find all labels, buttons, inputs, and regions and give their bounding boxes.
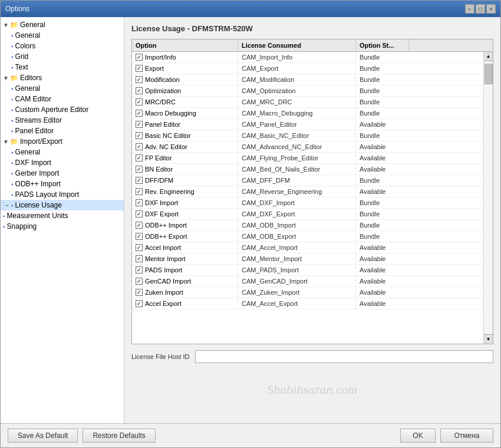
option-label: DXF Export bbox=[145, 210, 179, 218]
sidebar-item-colors[interactable]: ▪ Colors bbox=[1, 41, 124, 51]
option-label: Rev. Engineering bbox=[145, 188, 195, 195]
sidebar-item-snapping[interactable]: ▪ Snapping bbox=[1, 221, 124, 232]
scroll-thumb[interactable] bbox=[484, 64, 493, 84]
sidebar-item-dxf-import[interactable]: ▪ DXF Import bbox=[1, 157, 124, 168]
table-row: ✓Panel EditorCAM_Panel_EditorAvailable bbox=[132, 119, 483, 130]
table-cell-option: ✓PADS Import bbox=[132, 265, 238, 275]
item-icon: ▪ bbox=[11, 117, 14, 124]
sidebar-item-panel-editor[interactable]: ▪ Panel Editor bbox=[1, 126, 124, 136]
option-checkbox[interactable]: ✓ bbox=[136, 110, 143, 117]
option-checkbox[interactable]: ✓ bbox=[136, 210, 143, 218]
sidebar-item-ie-general[interactable]: ▪ General bbox=[1, 147, 124, 157]
scrollbar-track[interactable]: ▲ ▼ bbox=[483, 52, 493, 344]
option-checkbox[interactable]: ✓ bbox=[136, 143, 143, 150]
item-icon: ▪ bbox=[11, 54, 14, 60]
sidebar-label: Grid bbox=[15, 52, 29, 61]
sidebar-item-import-export-root[interactable]: ▼ 📁 Import/Export bbox=[1, 136, 124, 147]
option-checkbox[interactable]: ✓ bbox=[136, 300, 143, 307]
sidebar-item-editors-general[interactable]: ▪ General bbox=[1, 83, 124, 94]
table-cell-status: Available bbox=[356, 186, 409, 197]
option-label: Zuken Import bbox=[145, 289, 183, 296]
option-checkbox[interactable]: ✓ bbox=[136, 278, 143, 285]
table-cell-option: ✓DXF Import bbox=[132, 197, 238, 208]
option-checkbox[interactable]: ✓ bbox=[136, 121, 143, 128]
sidebar-item-editors-root[interactable]: ▼ 📁 Editors bbox=[1, 73, 124, 83]
option-checkbox[interactable]: ✓ bbox=[136, 289, 143, 296]
scroll-up-btn[interactable]: ▲ bbox=[484, 52, 493, 61]
table-cell-option: ✓Import/Info bbox=[132, 52, 238, 62]
option-checkbox[interactable]: ✓ bbox=[136, 132, 143, 139]
sidebar-item-general[interactable]: ▪ General bbox=[1, 30, 124, 41]
sidebar-label: General bbox=[15, 84, 41, 93]
item-icon: ▪ bbox=[11, 181, 14, 187]
option-checkbox[interactable]: ✓ bbox=[136, 188, 143, 195]
close-button[interactable]: × bbox=[486, 4, 496, 14]
option-label: FP Editor bbox=[145, 154, 172, 162]
sidebar-item-cam-editor[interactable]: ▪ CAM Editor bbox=[1, 94, 124, 104]
item-icon: ▪ bbox=[11, 107, 14, 113]
sidebar-label: License Usage bbox=[15, 201, 62, 209]
sidebar-item-measurement[interactable]: ▪ Measurement Units bbox=[1, 210, 124, 221]
save-default-button[interactable]: Save As Default bbox=[8, 429, 78, 443]
table-cell-status: Available bbox=[356, 153, 409, 163]
option-checkbox[interactable]: ✓ bbox=[136, 76, 143, 83]
bottom-left-buttons: Save As Default Restore Defaults bbox=[8, 429, 156, 443]
option-checkbox[interactable]: ✓ bbox=[136, 177, 143, 184]
sidebar-item-grid[interactable]: ▪ Grid bbox=[1, 51, 124, 62]
license-host-input[interactable] bbox=[195, 350, 493, 363]
expand-icon: ▼ bbox=[3, 139, 9, 145]
option-label: DFF/DFM bbox=[145, 177, 173, 184]
table-row: ✓Macro DebuggingCAM_Macro_DebuggingBundl… bbox=[132, 108, 483, 119]
sidebar-item-streams-editor[interactable]: ▪ Streams Editor bbox=[1, 115, 124, 126]
option-checkbox[interactable]: ✓ bbox=[136, 233, 143, 240]
option-checkbox[interactable]: ✓ bbox=[136, 154, 143, 162]
table-cell-option: ✓Export bbox=[132, 63, 238, 74]
option-checkbox[interactable]: ✓ bbox=[136, 244, 143, 251]
sidebar-item-odb-import[interactable]: ▪ ODB++ Import bbox=[1, 179, 124, 189]
table-cell-license: CAM_Export bbox=[238, 63, 356, 74]
table-cell-license: CAM_Mentor_Import bbox=[238, 253, 356, 264]
folder-icon: 📁 bbox=[10, 74, 18, 82]
cancel-button[interactable]: Отмена bbox=[440, 429, 493, 443]
sidebar-item-gerber-import[interactable]: ▪ Gerber Import bbox=[1, 168, 124, 179]
sidebar-item-custom-aperture[interactable]: ▪ Custom Aperture Editor bbox=[1, 104, 124, 115]
bottom-right-buttons: OK Отмена bbox=[400, 429, 493, 443]
table-row: ✓Adv. NC EditorCAM_Advanced_NC_EditorAva… bbox=[132, 141, 483, 153]
option-checkbox[interactable]: ✓ bbox=[136, 199, 143, 206]
option-checkbox[interactable]: ✓ bbox=[136, 222, 143, 229]
sidebar-item-pads-layout[interactable]: ▪ PADS Layout Import bbox=[1, 189, 124, 200]
option-label: MRC/DRC bbox=[145, 98, 176, 106]
option-checkbox[interactable]: ✓ bbox=[136, 87, 143, 94]
minimize-button[interactable]: − bbox=[465, 4, 474, 14]
option-checkbox[interactable]: ✓ bbox=[136, 98, 143, 106]
option-label: Accel Export bbox=[145, 300, 182, 307]
sidebar-item-general-root[interactable]: ▼ 📁 General bbox=[1, 19, 124, 30]
ok-button[interactable]: OK bbox=[400, 429, 436, 443]
table-row: ✓PADS ImportCAM_PADS_ImportAvailable bbox=[132, 265, 483, 276]
scroll-down-btn[interactable]: ▼ bbox=[484, 334, 493, 344]
col-header-license: License Consumed bbox=[238, 39, 356, 51]
table-cell-license: CAM_DFF_DFM bbox=[238, 175, 356, 186]
restore-defaults-button[interactable]: Restore Defaults bbox=[83, 429, 155, 443]
option-checkbox[interactable]: ✓ bbox=[136, 65, 143, 72]
option-checkbox[interactable]: ✓ bbox=[136, 54, 143, 61]
table-cell-option: ✓GenCAD Import bbox=[132, 276, 238, 286]
table-cell-license: CAM_Accel_Import bbox=[238, 242, 356, 253]
option-checkbox[interactable]: ✓ bbox=[136, 266, 143, 274]
sidebar-item-text[interactable]: ▪ Text bbox=[1, 62, 124, 73]
item-icon: ▪ bbox=[11, 64, 14, 71]
sidebar-label: Text bbox=[15, 63, 28, 71]
table-cell-option: ✓DXF Export bbox=[132, 209, 238, 219]
option-checkbox[interactable]: ✓ bbox=[136, 166, 143, 173]
sidebar-item-license-usage[interactable]: → ▪ License Usage bbox=[1, 200, 124, 210]
table-cell-status: Bundle bbox=[356, 108, 409, 118]
table-row: ✓DXF ImportCAM_DXF_ImportBundle bbox=[132, 197, 483, 209]
option-checkbox[interactable]: ✓ bbox=[136, 255, 143, 262]
table-cell-license: CAM_Bed_Of_Nails_Editor bbox=[238, 164, 356, 174]
maximize-button[interactable]: □ bbox=[476, 4, 485, 14]
table-cell-option: ✓Rev. Engineering bbox=[132, 186, 238, 197]
table-cell-status: Available bbox=[356, 141, 409, 152]
sidebar-label: Gerber Import bbox=[15, 169, 60, 177]
table-scroll-area[interactable]: ✓Import/InfoCAM_Import_InfoBundle✓Export… bbox=[132, 52, 483, 344]
sidebar-label: Streams Editor bbox=[15, 116, 62, 124]
